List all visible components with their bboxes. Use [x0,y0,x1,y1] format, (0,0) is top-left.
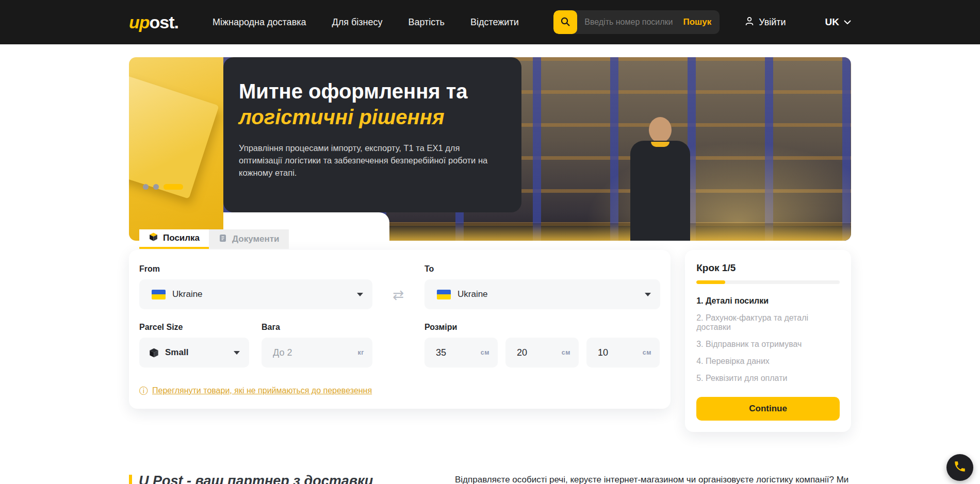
upost-logo[interactable]: upost. [129,12,178,32]
step-item-1: 1. Деталі посилки [696,296,840,306]
parcel-form-card: From Ukraine ⇄ To Ukraine [129,250,671,409]
checkout-steps-card: Крок 1/5 1. Деталі посилки 2. Рахунок-фа… [685,250,851,432]
dimension-unit: см [643,349,651,356]
shipment-type-tabs: Посилка Документи [139,229,289,249]
dimension-length-box: см [424,338,498,368]
logo-accent: up [129,12,150,32]
hero-banner: Митне оформлення та логістичні рішення У… [129,57,851,241]
tab-documents-label: Документи [232,234,280,244]
section-description: Відправляєте особисті речі, керуєте інте… [455,473,851,484]
chevron-down-icon [844,18,851,27]
hero-media: Митне оформлення та логістичні рішення У… [129,57,851,241]
swap-countries-button[interactable]: ⇄ [372,264,424,303]
carousel-dot-1[interactable] [143,184,149,190]
phone-icon [953,460,967,475]
user-icon [744,16,755,28]
hero-envelope-image [129,57,223,241]
step-item-2: 2. Рахунок-фактура та деталі доставки [696,313,840,332]
carousel-dot-active[interactable] [164,184,183,190]
tab-parcel-label: Посилка [163,233,200,243]
hero-text-panel: Митне оформлення та логістичні рішення У… [223,57,521,212]
phone-chat-button[interactable] [946,454,973,481]
weight-input-box: кг [262,338,372,368]
search-button[interactable] [553,10,577,34]
nav-links: Міжнародна доставка Для бізнесу Вартість… [213,17,519,28]
from-country-value: Ukraine [172,289,203,299]
weight-input[interactable] [273,347,354,358]
search-icon [560,16,571,29]
dimension-unit: см [481,349,489,356]
nav-link-international[interactable]: Міжнародна доставка [213,17,306,28]
nav-link-track[interactable]: Відстежити [470,17,519,28]
parcel-icon [149,232,158,244]
step-item-4: 4. Перевірка даних [696,357,840,366]
hero-description: Управління процесами імпорту, експорту, … [239,142,499,179]
continue-button[interactable]: Continue [696,397,840,421]
dimension-height-input[interactable] [598,347,639,358]
login-button[interactable]: Увійти [744,16,786,28]
parcel-size-value: Small [165,347,188,358]
top-navbar: upost. Міжнародна доставка Для бізнесу В… [0,0,980,44]
documents-icon [218,233,227,245]
restricted-items-link[interactable]: Переглянути товари, які не приймаються д… [152,386,372,395]
from-country-select[interactable]: Ukraine [139,279,372,309]
dimension-unit: см [562,349,570,356]
weight-unit: кг [358,349,364,356]
tracking-number-input[interactable] [577,18,683,27]
weight-label: Вага [262,323,372,332]
dimension-width-input[interactable] [517,347,558,358]
tab-parcel[interactable]: Посилка [139,229,209,249]
dimension-height-box: см [586,338,660,368]
nav-link-business[interactable]: Для бізнесу [332,17,382,28]
tracking-search-bar: Пошук [553,10,720,34]
from-label: From [139,264,372,274]
to-country-value: Ukraine [458,289,488,299]
dimensions-label: Розміри [424,323,660,332]
carousel-indicators [143,184,183,190]
section-heading: U Post - ваш партнер з доставки [139,473,373,484]
carousel-dot-2[interactable] [153,184,159,190]
parcel-size-select[interactable]: Small [139,338,249,368]
login-label: Увійти [759,17,786,28]
hero-title-line2: логістичні рішення [239,104,501,130]
to-label: To [424,264,660,274]
language-selector[interactable]: UK [825,16,851,28]
dimension-length-input[interactable] [436,347,477,358]
step-item-5: 5. Реквізити для оплати [696,374,840,383]
steps-list: 1. Деталі посилки 2. Рахунок-фактура та … [696,296,840,383]
heading-accent-bar [129,475,132,484]
info-icon: ⓘ [139,387,148,395]
hero-title-line1: Митне оформлення та [239,78,501,104]
warehouse-worker-image [619,117,696,241]
steps-progress-track [696,280,840,284]
search-submit-button[interactable]: Пошук [683,17,720,27]
progress-fill [696,280,725,284]
dimension-width-box: см [505,338,579,368]
logo-rest: ost. [150,12,178,32]
caret-down-icon [357,293,363,296]
language-label: UK [825,16,839,28]
tab-documents[interactable]: Документи [209,229,289,249]
step-item-3: 3. Відправник та отримувач [696,340,840,349]
steps-title: Крок 1/5 [696,262,840,274]
caret-down-icon [234,351,240,355]
ukraine-flag-icon [437,290,451,299]
parcel-size-label: Parcel Size [139,323,249,332]
nav-link-pricing[interactable]: Вартість [408,17,445,28]
parcel-size-icon [149,347,159,358]
to-country-select[interactable]: Ukraine [424,279,660,309]
caret-down-icon [645,293,651,296]
ukraine-flag-icon [152,290,166,299]
